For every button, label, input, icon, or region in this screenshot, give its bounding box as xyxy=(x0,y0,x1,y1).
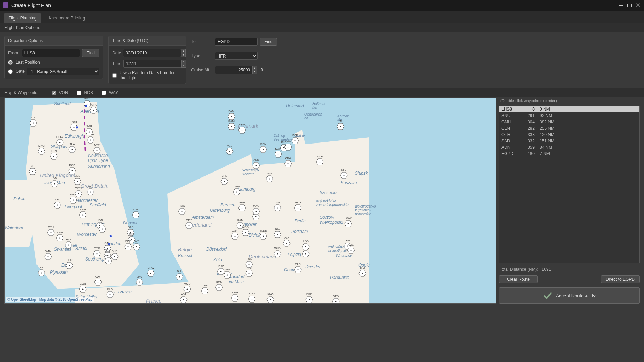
vor-hexagon-icon[interactable]: BKD xyxy=(294,204,302,211)
vor-hexagon-icon[interactable]: CDA xyxy=(284,160,292,167)
vor-hexagon-icon[interactable]: WIL xyxy=(87,188,94,195)
vor-hexagon-icon[interactable]: HOG xyxy=(178,208,186,215)
vor-hexagon-icon[interactable]: PEM xyxy=(56,234,64,241)
maximize-button[interactable] xyxy=(626,3,633,8)
vor-hexagon-icon[interactable]: LND xyxy=(38,269,45,276)
vor-hexagon-icon[interactable]: KAS xyxy=(284,144,292,151)
vor-hexagon-icon[interactable]: SWB xyxy=(79,211,87,218)
vor-hexagon-icon[interactable]: KAL xyxy=(337,123,344,130)
way-checkbox[interactable]: WAY xyxy=(102,90,118,95)
vor-hexagon-icon[interactable]: BZT xyxy=(65,241,73,249)
vor-hexagon-icon[interactable]: SLC xyxy=(294,266,302,273)
accept-route-button[interactable]: Accept Route & Fly xyxy=(499,287,640,304)
vor-hexagon-icon[interactable]: STAR xyxy=(87,136,94,144)
vor-hexagon-icon[interactable]: MIC xyxy=(340,172,348,179)
clear-route-button[interactable]: Clear Route xyxy=(499,275,538,283)
vor-hexagon-icon[interactable]: SMM xyxy=(44,253,52,260)
vor-hexagon-icon[interactable]: LEE xyxy=(74,178,81,185)
vor-hexagon-icon[interactable]: CHW xyxy=(147,270,155,277)
gate-radio[interactable]: Gate xyxy=(8,69,25,74)
vor-hexagon-icon[interactable]: RMS xyxy=(215,284,223,291)
cruise-up[interactable]: ▲ xyxy=(252,66,257,70)
waypoint-row[interactable]: ADN35984 NM xyxy=(499,144,639,151)
vor-hexagon-icon[interactable]: ODN xyxy=(259,146,267,153)
date-input[interactable] xyxy=(123,49,181,57)
waypoint-row[interactable]: SAB332151 NM xyxy=(499,138,639,144)
vor-hexagon-icon[interactable]: DVR xyxy=(133,243,140,250)
vor-hexagon-icon[interactable]: VLX xyxy=(283,240,291,247)
vor-checkbox[interactable]: VOR xyxy=(52,90,68,95)
date-down[interactable]: ▼ xyxy=(181,53,186,57)
from-find-button[interactable]: Find xyxy=(82,49,99,57)
vor-hexagon-icon[interactable]: BHD xyxy=(65,262,73,269)
vor-hexagon-icon[interactable]: LEO xyxy=(302,243,310,250)
vor-hexagon-icon[interactable]: RIC xyxy=(245,270,253,277)
vor-hexagon-icon[interactable]: DRN xyxy=(302,250,310,257)
vor-hexagon-icon[interactable]: TRN xyxy=(50,153,58,160)
vor-hexagon-icon[interactable]: DET xyxy=(124,243,132,250)
vor-hexagon-icon[interactable]: KRH xyxy=(231,294,239,302)
vor-hexagon-icon[interactable]: WLD xyxy=(274,250,281,257)
vor-hexagon-icon[interactable]: SLP xyxy=(266,175,274,182)
vor-hexagon-icon[interactable]: SVD xyxy=(291,137,299,144)
waypoint-row[interactable]: LHS800 NM xyxy=(499,106,639,112)
waypoint-dot[interactable] xyxy=(85,105,87,107)
last-position-radio[interactable]: Last Position xyxy=(8,60,40,65)
time-up[interactable]: ▲ xyxy=(181,60,186,64)
map-pane[interactable]: Scotland Aberdeen Edinburgh Glasgow Unit… xyxy=(4,98,496,304)
vor-hexagon-icon[interactable]: NTP xyxy=(93,147,101,154)
waypoint-row[interactable]: OTR338120 NM xyxy=(499,132,639,138)
vor-hexagon-icon[interactable]: GUR xyxy=(79,286,87,293)
vor-hexagon-icon[interactable]: BEN xyxy=(106,291,114,298)
vor-hexagon-icon[interactable]: OOW xyxy=(56,139,64,146)
cruise-alt-input[interactable] xyxy=(215,66,253,74)
vor-hexagon-icon[interactable]: FRE xyxy=(305,296,313,303)
vor-hexagon-icon[interactable]: ADT xyxy=(180,296,188,303)
vor-hexagon-icon[interactable]: MAC xyxy=(38,148,45,155)
gate-select[interactable]: 1 - Ramp GA Small xyxy=(27,68,99,75)
waypoint-row[interactable]: GMH304382 NM xyxy=(499,119,639,125)
vor-hexagon-icon[interactable]: IOM xyxy=(51,180,58,187)
vor-hexagon-icon[interactable]: TLA xyxy=(68,146,76,153)
vor-hexagon-icon[interactable]: LHV xyxy=(136,279,143,286)
vor-hexagon-icon[interactable]: BLL xyxy=(176,273,183,280)
tab-kneeboard-briefing[interactable]: Kneeboard Briefing xyxy=(44,13,90,23)
vor-hexagon-icon[interactable]: KOR xyxy=(274,151,282,158)
vor-hexagon-icon[interactable]: TIR xyxy=(29,119,37,127)
vor-hexagon-icon[interactable]: VYL xyxy=(53,202,61,209)
vor-hexagon-icon[interactable]: KAR xyxy=(238,127,246,134)
vor-hexagon-icon[interactable]: ELDE xyxy=(259,233,267,240)
vor-hexagon-icon[interactable]: VES xyxy=(226,148,234,155)
vor-hexagon-icon[interactable]: NIE xyxy=(274,231,281,238)
vor-hexagon-icon[interactable]: DHE xyxy=(220,178,228,185)
direct-to-button[interactable]: Direct to EGPD xyxy=(601,275,640,283)
vor-hexagon-icon[interactable]: SND xyxy=(111,253,119,260)
vor-hexagon-icon[interactable]: DAK xyxy=(274,204,281,211)
waypoint-row[interactable]: EGPD1807 NM xyxy=(499,151,639,157)
vor-hexagon-icon[interactable]: DTY xyxy=(98,226,106,233)
type-select[interactable]: IFR xyxy=(215,52,258,60)
vor-hexagon-icon[interactable]: MAG xyxy=(252,208,260,215)
waypoint-dot[interactable] xyxy=(76,126,79,129)
date-up[interactable]: ▲ xyxy=(181,49,186,53)
vor-hexagon-icon[interactable]: KNG xyxy=(266,296,274,303)
vor-hexagon-icon[interactable]: PRP xyxy=(217,268,225,275)
vor-hexagon-icon[interactable]: TGO xyxy=(248,296,256,303)
waypoint-list[interactable]: LHS800 NMSNU29192 NMGMH304382 NMCLN28225… xyxy=(499,106,640,263)
cruise-down[interactable]: ▼ xyxy=(252,70,257,74)
vor-hexagon-icon[interactable]: VRB xyxy=(238,204,246,211)
vor-hexagon-icon[interactable]: DCS xyxy=(68,167,76,174)
vor-hexagon-icon[interactable]: OSY xyxy=(231,233,239,240)
vor-hexagon-icon[interactable]: TRZ xyxy=(358,270,366,277)
vor-hexagon-icon[interactable]: CAY xyxy=(94,279,102,286)
to-input[interactable] xyxy=(215,38,258,46)
vor-hexagon-icon[interactable]: BEL xyxy=(29,168,36,175)
waypoint-dot[interactable] xyxy=(108,243,110,245)
tab-flight-planning[interactable]: Flight Planning xyxy=(4,13,41,23)
minimize-button[interactable] xyxy=(618,3,624,8)
vor-hexagon-icon[interactable]: CZE xyxy=(347,247,355,254)
time-input[interactable] xyxy=(123,60,182,68)
vor-hexagon-icon[interactable]: MMD xyxy=(183,286,191,293)
vor-hexagon-icon[interactable]: CSL xyxy=(132,211,140,218)
vor-hexagon-icon[interactable]: STO xyxy=(332,298,340,304)
